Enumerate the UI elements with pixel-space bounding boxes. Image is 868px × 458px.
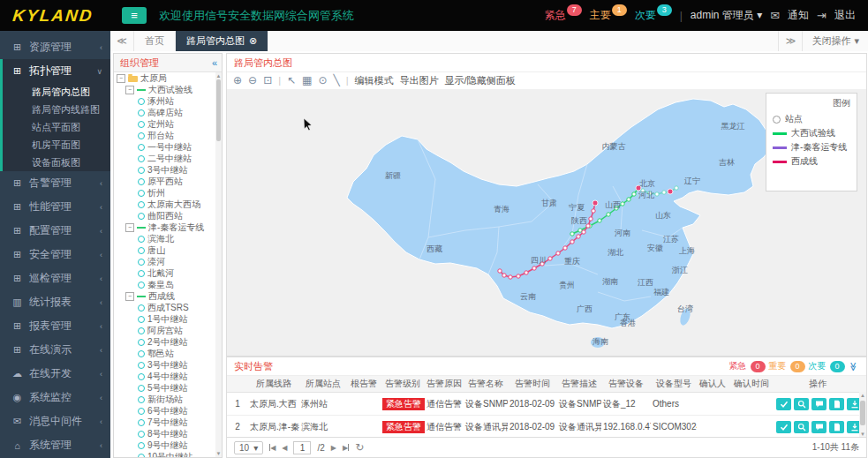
tree-scrollbar[interactable]: ▲ ▼ bbox=[215, 72, 222, 457]
station-marker[interactable] bbox=[582, 230, 585, 234]
station-marker[interactable] bbox=[598, 219, 601, 222]
station-marker[interactable] bbox=[570, 240, 574, 244]
tree-station[interactable]: 北戴河 bbox=[114, 267, 215, 279]
tree-line-group[interactable]: −津-秦客运专线 bbox=[114, 221, 215, 233]
sidebar-item[interactable]: ⊞资源管理‹ bbox=[0, 35, 110, 59]
tree-station[interactable]: 5号中继站 bbox=[114, 382, 215, 394]
doc-action-button[interactable] bbox=[829, 421, 844, 433]
tree-station[interactable]: 秦皇岛 bbox=[114, 279, 215, 290]
tree-station[interactable]: 原平西站 bbox=[114, 176, 215, 187]
sidebar-item[interactable]: ⊞拓扑管理∨ bbox=[3, 59, 110, 83]
logout-button[interactable]: 退出 bbox=[834, 8, 856, 23]
station-marker[interactable] bbox=[509, 275, 512, 279]
tree-station[interactable]: 阿房宫站 bbox=[114, 325, 215, 336]
tree-station[interactable]: 滦河 bbox=[114, 256, 215, 267]
station-marker[interactable] bbox=[675, 186, 678, 190]
sidebar-item[interactable]: ⊞巡检管理‹ bbox=[0, 267, 110, 290]
user-menu[interactable]: admin 管理员 ▾ bbox=[691, 8, 762, 23]
page-size-select[interactable]: 10▾ bbox=[234, 441, 263, 454]
edit-mode-button[interactable]: 编辑模式 bbox=[355, 74, 394, 87]
tree-station[interactable]: 高碑店站 bbox=[114, 107, 215, 118]
tab-close-icon[interactable]: ⊗ bbox=[249, 35, 257, 47]
tree-station[interactable]: 定州站 bbox=[114, 118, 215, 130]
scrollbar-thumb[interactable] bbox=[860, 401, 865, 425]
tree-station[interactable]: 1号中继站 bbox=[114, 313, 215, 325]
station-marker[interactable] bbox=[563, 246, 567, 250]
station-marker[interactable] bbox=[525, 271, 528, 274]
tree-station[interactable]: 忻州 bbox=[114, 187, 215, 199]
scroll-up-icon[interactable]: ▲ bbox=[215, 72, 222, 79]
sidebar-item[interactable]: ⊞在线演示‹ bbox=[0, 338, 110, 362]
toggle-side-panel-button[interactable]: 显示/隐藏侧面板 bbox=[445, 74, 516, 87]
tab-network-overview[interactable]: 路局管内总图 ⊗ bbox=[176, 31, 268, 51]
close-operations-dropdown[interactable]: 关闭操作▾ bbox=[802, 31, 868, 51]
station-marker[interactable] bbox=[502, 274, 506, 277]
prev-page-button[interactable]: ◀ bbox=[282, 444, 287, 452]
tree-station[interactable]: 二号中继站 bbox=[114, 153, 215, 164]
tree-station[interactable]: 9号中继站 bbox=[114, 439, 215, 451]
check-action-button[interactable] bbox=[776, 398, 791, 410]
station-marker[interactable] bbox=[556, 252, 560, 255]
comment-action-button[interactable] bbox=[811, 421, 826, 433]
tree-station[interactable]: 3号中继站 bbox=[114, 164, 215, 176]
sidebar-item[interactable]: ⊞报表管理‹ bbox=[0, 314, 110, 338]
add-node-icon[interactable]: ⊙ bbox=[318, 75, 327, 86]
sidebar-item[interactable]: ⌂系统管理‹ bbox=[0, 433, 110, 457]
expander-icon[interactable]: − bbox=[125, 223, 134, 232]
tree-station[interactable]: 邢台站 bbox=[114, 130, 215, 141]
expander-icon[interactable]: − bbox=[125, 86, 134, 94]
sidebar-item[interactable]: ✉消息中间件‹ bbox=[0, 409, 110, 433]
tree-station[interactable]: 7号中继站 bbox=[114, 417, 215, 428]
station-marker[interactable] bbox=[627, 198, 630, 201]
sidebar-subitem[interactable]: 设备面板图 bbox=[3, 154, 110, 171]
station-marker[interactable] bbox=[577, 235, 580, 238]
check-action-button[interactable] bbox=[776, 421, 791, 433]
station-marker[interactable] bbox=[532, 267, 536, 270]
first-page-button[interactable]: ◀ bbox=[269, 444, 275, 452]
tree-station[interactable]: 鄠邑站 bbox=[114, 348, 215, 359]
envelope-icon[interactable]: ✉ bbox=[770, 9, 780, 22]
table-row[interactable]: 1太原局.大西涿州站紧急告警通信告警设备SNMP连2018-02-09 1设备S… bbox=[227, 393, 866, 416]
station-marker[interactable] bbox=[589, 217, 593, 221]
scrollbar-thumb[interactable] bbox=[216, 79, 221, 141]
search-action-button[interactable] bbox=[794, 398, 809, 410]
refresh-icon[interactable]: ↻ bbox=[355, 441, 364, 454]
table-scrollbar[interactable]: ▲ ▼ bbox=[859, 392, 866, 438]
logout-icon[interactable]: ⇥ bbox=[817, 9, 826, 22]
station-marker[interactable] bbox=[655, 192, 659, 196]
tree-line-group[interactable]: −西成线 bbox=[114, 290, 215, 302]
tree-station[interactable]: 10号中继站 bbox=[114, 451, 215, 457]
notice-button[interactable]: 通知 bbox=[788, 8, 809, 23]
tree-station[interactable]: 2号中继站 bbox=[114, 336, 215, 348]
page-number-input[interactable] bbox=[293, 441, 311, 454]
station-alarm-marker[interactable] bbox=[668, 189, 673, 194]
minor-alarm-counter[interactable]: 次要 3 bbox=[635, 8, 672, 23]
sidebar-subitem[interactable]: 路局管内线路图 bbox=[3, 101, 110, 118]
sidebar-item[interactable]: ▥统计报表‹ bbox=[0, 290, 110, 314]
expander-icon[interactable]: − bbox=[117, 74, 125, 83]
draw-line-icon[interactable]: ╲ bbox=[334, 75, 340, 86]
station-marker[interactable] bbox=[662, 191, 666, 194]
tree-station[interactable]: 4号中继站 bbox=[114, 371, 215, 382]
tree-station[interactable]: 8号中继站 bbox=[114, 428, 215, 439]
station-marker[interactable] bbox=[592, 209, 595, 213]
table-row[interactable]: 2太原局.津-秦滨海北紧急告警通信告警设备通讯异常2018-02-09 1设备通… bbox=[227, 416, 866, 439]
station-marker[interactable] bbox=[570, 232, 574, 236]
comment-action-button[interactable] bbox=[811, 398, 826, 410]
tree-station[interactable]: 滨海北 bbox=[114, 233, 215, 244]
urgent-alarm-counter[interactable]: 紧急 7 bbox=[545, 8, 582, 23]
tab-home[interactable]: 首页 bbox=[134, 31, 176, 51]
search-action-button[interactable] bbox=[794, 421, 809, 433]
sidebar-item[interactable]: ⊞告警管理‹ bbox=[0, 171, 110, 195]
tree-station[interactable]: 太原南大西场 bbox=[114, 199, 215, 210]
save-icon[interactable]: ▦ bbox=[302, 75, 312, 86]
export-image-button[interactable]: 导出图片 bbox=[400, 74, 439, 87]
hamburger-menu-button[interactable]: ≡ bbox=[122, 7, 147, 24]
pointer-tool-icon[interactable]: ↖ bbox=[287, 75, 296, 86]
china-map-canvas[interactable]: 黑龙江吉林辽宁内蒙古新疆北京河北山西山东甘肃宁夏青海陕西河南江苏安徽上海湖北西藏… bbox=[227, 89, 866, 356]
tree-station[interactable]: 新街场站 bbox=[114, 394, 215, 405]
tree-station[interactable]: 6号中继站 bbox=[114, 405, 215, 417]
zoom-in-icon[interactable]: ⊕ bbox=[233, 75, 242, 86]
collapse-panel-icon[interactable]: « bbox=[212, 57, 217, 68]
sidebar-item[interactable]: ☁在线开发‹ bbox=[0, 362, 110, 386]
